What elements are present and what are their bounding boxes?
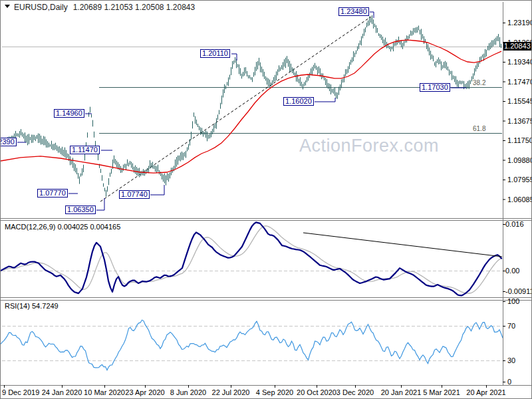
price-callout[interactable]: 1.07770: [37, 189, 68, 198]
price-trendline: [100, 17, 371, 201]
fib-level-label: 38.2: [473, 79, 502, 86]
price-axis-label[interactable]: 1.15545: [507, 97, 532, 105]
date-axis-label[interactable]: 20 Jan 2021: [378, 388, 424, 396]
callout-connector: [231, 54, 237, 61]
macd-signal-line: [1, 226, 501, 293]
price-callout[interactable]: 1.20110: [200, 49, 230, 58]
watermark: ActionForex.com: [299, 136, 439, 156]
price-axis-label[interactable]: 1.07955: [507, 176, 532, 184]
rsi-axis-label[interactable]: 70: [507, 322, 515, 330]
date-axis-label[interactable]: 24 Jan 2020: [39, 388, 85, 396]
rsi-axis-label[interactable]: 0: [507, 378, 511, 386]
rsi-line: [1, 320, 503, 370]
macd-indicator-label: MACD(12,26,9) 0.004025 0.004165: [5, 223, 120, 231]
price-callout[interactable]: 1.17030: [420, 83, 450, 92]
current-price-badge: 1.20843: [503, 42, 531, 51]
date-axis-label[interactable]: 3 Dec 2020: [332, 388, 378, 396]
symbol-dropdown-icon[interactable]: [5, 5, 10, 8]
price-axis-label[interactable]: 1.19340: [507, 58, 532, 66]
date-axis-label[interactable]: 8 Jun 2020: [165, 388, 211, 396]
callout-connector: [96, 198, 104, 210]
date-axis-label[interactable]: 23 Apr 2020: [122, 388, 168, 396]
macd-values: 0.004025 0.004165: [57, 223, 120, 231]
price-axis-label[interactable]: 1.13675: [507, 117, 532, 125]
rsi-label: RSI(14): [5, 302, 30, 310]
date-axis-label[interactable]: 5 Mar 2021: [418, 388, 465, 396]
chart-canvas[interactable]: [1, 1, 531, 398]
price-callout[interactable]: 1.06350: [65, 205, 96, 214]
chart-ohlc-values: 1.20689 1.21053 1.20508 1.20843: [73, 3, 196, 12]
macd-axis-label[interactable]: -0.009116: [505, 287, 532, 295]
macd-label: MACD(12,26,9): [5, 223, 55, 231]
date-axis-label[interactable]: 4 Sep 2020: [251, 388, 298, 396]
macd-axis-label[interactable]: 0.00: [505, 267, 519, 275]
rsi-axis-label[interactable]: 30: [507, 356, 515, 364]
macd-axis-label[interactable]: 0.016: [505, 220, 524, 228]
date-axis-label[interactable]: 22 Jul 2020: [207, 388, 254, 396]
price-callout[interactable]: 1.11470: [70, 146, 100, 154]
price-axis-label[interactable]: 1.09880: [507, 156, 532, 164]
rsi-indicator-label: RSI(14) 54.7249: [5, 302, 59, 310]
price-callout[interactable]: 1.07740: [119, 190, 150, 199]
price-callout[interactable]: 1.23480: [338, 7, 369, 16]
rsi-axis-label[interactable]: 100: [507, 297, 519, 305]
rsi-value: 54.7249: [32, 302, 59, 310]
chart-window: EURUSD,Daily1.20689 1.21053 1.20508 1.20…: [0, 0, 532, 399]
date-axis-label[interactable]: 9 Dec 2019: [2, 388, 39, 396]
price-axis-label[interactable]: 1.23190: [507, 19, 532, 27]
fib-level-label: 61.8: [473, 125, 502, 132]
price-axis-label[interactable]: 1.11750: [507, 136, 532, 144]
price-axis-label[interactable]: 1.17470: [507, 78, 532, 86]
price-callout[interactable]: 1.16020: [283, 97, 314, 106]
price-axis-label[interactable]: 1.06085: [507, 196, 532, 203]
callout-connector: [315, 98, 335, 102]
chart-symbol-label: EURUSD,Daily: [14, 3, 68, 12]
date-axis-label[interactable]: 10 Mar 2020: [81, 388, 128, 396]
price-callout[interactable]: 1.12390: [0, 138, 17, 146]
callout-connector: [150, 185, 164, 195]
chart-title-bar: EURUSD,Daily1.20689 1.21053 1.20508 1.20…: [14, 3, 195, 12]
macd-trendline: [303, 233, 502, 257]
price-callout[interactable]: 1.14960: [54, 109, 84, 118]
date-axis-label[interactable]: 20 Apr 2021: [463, 388, 509, 396]
